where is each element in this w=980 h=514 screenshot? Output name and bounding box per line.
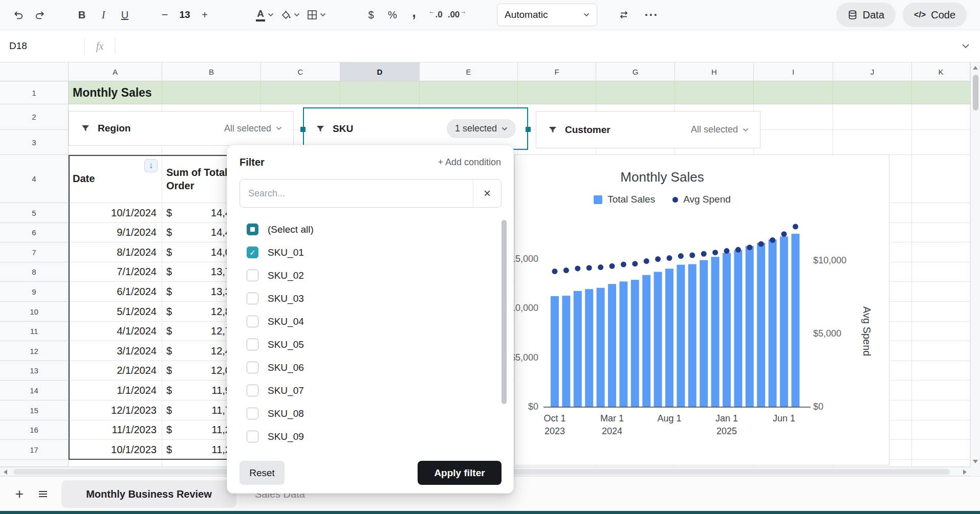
checkbox-unchecked[interactable]	[247, 316, 258, 327]
cell-A6[interactable]: 9/1/2024	[69, 223, 162, 242]
bold-button[interactable]: B	[72, 5, 92, 25]
close-icon[interactable]: ×	[473, 180, 501, 207]
cell-K12[interactable]	[912, 341, 970, 361]
comma-format-button[interactable]: ,	[404, 5, 424, 25]
cell-A16[interactable]: 11/1/2023	[69, 420, 162, 440]
cell-A10[interactable]: 5/1/2024	[69, 302, 162, 322]
formula-input[interactable]	[115, 40, 962, 52]
increase-font-size-button[interactable]: +	[194, 5, 215, 25]
cell-A9[interactable]: 6/1/2024	[69, 282, 162, 302]
text-color-button[interactable]: A	[253, 5, 277, 25]
cell-K13[interactable]	[912, 361, 970, 381]
cell-J2[interactable]	[833, 104, 912, 130]
checkbox-indeterminate[interactable]	[247, 224, 258, 235]
vertical-scrollbar[interactable]	[970, 62, 980, 467]
column-header-C[interactable]: C	[261, 62, 340, 81]
cell-K6[interactable]	[912, 223, 970, 242]
cell-K14[interactable]	[912, 381, 970, 400]
filter-option-sku_01[interactable]: ✓SKU_01	[227, 241, 513, 264]
row-header-1[interactable]: 1	[0, 81, 69, 104]
cell-K4[interactable]	[912, 155, 970, 203]
chart[interactable]: Monthly Sales Total Sales Avg Spend Avg …	[514, 154, 889, 465]
number-format-dropdown[interactable]: Automatic	[497, 4, 597, 26]
cell-K8[interactable]	[912, 262, 970, 282]
currency-format-button[interactable]: $	[361, 5, 381, 25]
redo-button[interactable]	[30, 5, 50, 25]
column-header-E[interactable]: E	[420, 62, 518, 81]
filter-option-sku_07[interactable]: SKU_07	[227, 379, 513, 402]
cell-K17[interactable]	[912, 440, 970, 460]
increase-decimal-button[interactable]: .00→	[447, 5, 467, 25]
cell-I2[interactable]	[754, 104, 833, 130]
fill-color-button[interactable]	[278, 5, 303, 25]
recalculate-button[interactable]	[614, 5, 634, 25]
apply-filter-button[interactable]: Apply filter	[418, 461, 502, 485]
add-sheet-button[interactable]: +	[9, 486, 30, 502]
expand-formula-bar-button[interactable]	[962, 41, 970, 51]
filter-card-sku[interactable]: SKU 1 selected	[303, 107, 528, 150]
cell-A17[interactable]: 10/1/2023	[69, 440, 162, 460]
row-header-9[interactable]: 9	[0, 282, 69, 302]
filter-option-sku_06[interactable]: SKU_06	[227, 356, 513, 379]
row-header-12[interactable]: 12	[0, 341, 69, 361]
row-header-10[interactable]: 10	[0, 302, 69, 322]
filter-card-sku-value[interactable]: 1 selected	[447, 119, 516, 138]
borders-button[interactable]	[304, 5, 329, 25]
row-header-18[interactable]	[0, 460, 69, 467]
row-header-13[interactable]: 13	[0, 361, 69, 381]
cell-K18[interactable]	[912, 460, 970, 467]
column-header-G[interactable]: G	[596, 62, 675, 81]
decrease-font-size-button[interactable]: −	[155, 5, 175, 25]
column-header-B[interactable]: B	[162, 62, 261, 81]
cell-A7[interactable]: 8/1/2024	[69, 242, 162, 262]
column-header-D[interactable]: D	[340, 62, 420, 81]
cell-G1[interactable]	[596, 81, 675, 104]
cell-I3[interactable]	[754, 130, 833, 155]
undo-button[interactable]	[8, 5, 29, 25]
popup-scrollbar-thumb[interactable]	[502, 220, 507, 404]
cell-E1[interactable]	[420, 81, 518, 104]
cell-H1[interactable]	[675, 81, 754, 104]
filter-option-sku_08[interactable]: SKU_08	[227, 402, 513, 425]
row-header-8[interactable]: 8	[0, 262, 69, 282]
column-header-H[interactable]: H	[675, 62, 754, 81]
column-header-A[interactable]: A	[69, 62, 162, 81]
cell-K2[interactable]	[912, 104, 970, 130]
filter-option-sku_05[interactable]: SKU_05	[227, 333, 513, 356]
checkbox-unchecked[interactable]	[247, 408, 258, 419]
checkbox-unchecked[interactable]	[247, 339, 258, 350]
add-condition-button[interactable]: + Add condition	[438, 157, 501, 168]
scroll-up-arrow[interactable]	[973, 66, 978, 70]
filter-card-region-value[interactable]: All selected	[224, 123, 282, 134]
column-header-I[interactable]: I	[754, 62, 833, 81]
column-header-J[interactable]: J	[833, 62, 912, 81]
cell-K3[interactable]	[912, 130, 970, 155]
cell-A18[interactable]	[69, 460, 162, 467]
cell-A1[interactable]: Monthly Sales	[69, 81, 162, 104]
italic-button[interactable]: I	[93, 5, 114, 25]
cell-I1[interactable]	[754, 81, 833, 104]
checkbox-unchecked[interactable]	[247, 293, 258, 304]
sheet-tab-monthly-business-review[interactable]: Monthly Business Review	[61, 480, 236, 508]
cell-K11[interactable]	[912, 322, 970, 341]
cell-K1[interactable]	[912, 81, 970, 104]
cell-B1[interactable]	[162, 81, 261, 104]
cell-F1[interactable]	[518, 81, 596, 104]
cell-J3[interactable]	[833, 130, 912, 155]
selection-handle-right[interactable]	[526, 127, 531, 132]
filter-card-customer-value[interactable]: All selected	[691, 124, 749, 135]
row-header-16[interactable]: 16	[0, 420, 69, 440]
row-header-11[interactable]: 11	[0, 322, 69, 341]
row-header-15[interactable]: 15	[0, 400, 69, 420]
cell-K5[interactable]	[912, 203, 970, 223]
checkbox-unchecked[interactable]	[247, 431, 258, 442]
cell-K10[interactable]	[912, 302, 970, 322]
row-header-2[interactable]: 2	[0, 104, 69, 130]
filter-card-region[interactable]: Region All selected	[69, 111, 294, 146]
checkbox-checked[interactable]: ✓	[247, 247, 258, 258]
all-sheets-menu-button[interactable]	[33, 484, 53, 504]
cell-K15[interactable]	[912, 400, 970, 420]
column-header-K[interactable]: K	[912, 62, 970, 81]
cell-K9[interactable]	[912, 282, 970, 302]
column-header-F[interactable]: F	[518, 62, 596, 81]
